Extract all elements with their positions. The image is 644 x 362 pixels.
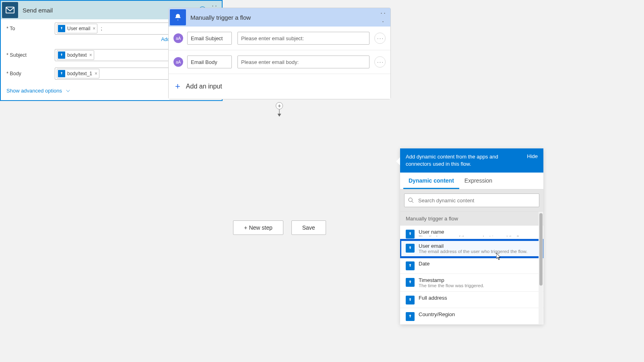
add-step-circle-icon[interactable]: + [276, 102, 283, 109]
new-step-button[interactable]: + New step [233, 220, 283, 235]
trigger-header[interactable]: Manually trigger a flow · · · [169, 8, 390, 27]
input-name-field[interactable]: Email Body [187, 56, 232, 68]
flow-token-icon [406, 278, 415, 287]
trigger-card: Manually trigger a flow · · · aA Email S… [168, 8, 391, 99]
token-remove-icon[interactable]: × [89, 52, 92, 58]
tab-dynamic-content[interactable]: Dynamic content [403, 173, 459, 189]
token-body-text[interactable]: body/text × [57, 50, 94, 60]
panel-beak-icon [396, 157, 400, 165]
tab-expression[interactable]: Expression [459, 173, 497, 189]
field-label: Subject [6, 49, 55, 58]
dc-tabs: Dynamic content Expression [400, 173, 543, 189]
input-name-field[interactable]: Email Subject [187, 32, 232, 45]
connector-arrow[interactable]: + [276, 102, 283, 117]
trigger-more-button[interactable]: · · · [380, 9, 390, 26]
flow-token-icon [58, 51, 65, 59]
flow-token-icon [406, 312, 415, 321]
dynamic-content-panel: Add dynamic content from the apps and co… [400, 148, 543, 325]
svg-point-8 [409, 198, 412, 202]
mail-icon [2, 2, 18, 18]
plus-icon: + [175, 81, 180, 92]
save-button[interactable]: Save [291, 220, 326, 235]
dc-search-box[interactable] [404, 193, 539, 207]
flow-token-icon [406, 230, 415, 239]
token-user-email[interactable]: User email × [57, 24, 97, 33]
token-remove-icon[interactable]: × [93, 26, 95, 31]
trigger-icon [170, 9, 186, 25]
field-label: To [6, 23, 55, 31]
svg-marker-2 [278, 114, 281, 117]
dc-scrollbar[interactable] [539, 212, 543, 325]
dc-item-timestamp[interactable]: Timestamp The time the flow was triggere… [400, 274, 543, 292]
trigger-input-row: aA Email Subject Please enter email subj… [169, 27, 390, 50]
trigger-input-row: aA Email Body Please enter email body: ·… [169, 50, 390, 74]
flow-token-icon [406, 261, 415, 270]
dc-item-date[interactable]: Date [400, 257, 543, 274]
input-row-more-button[interactable]: · · · [374, 33, 386, 44]
hide-panel-button[interactable]: Hide [523, 153, 538, 159]
input-prompt-field[interactable]: Please enter email body: [237, 56, 369, 68]
add-input-button[interactable]: + Add an input [169, 74, 390, 99]
token-body-text-1[interactable]: body/text_1 × [57, 69, 99, 78]
input-row-more-button[interactable]: · · · [374, 56, 386, 68]
svg-point-0 [177, 15, 178, 16]
flow-token-icon [58, 25, 65, 32]
dc-item-country-region[interactable]: Country/Region [400, 308, 543, 325]
svg-rect-3 [6, 7, 14, 13]
dc-item-list: User name The display name of the user w… [400, 226, 543, 325]
search-icon [408, 197, 414, 204]
dc-panel-header: Add dynamic content from the apps and co… [400, 148, 543, 173]
dc-scrollbar-thumb[interactable] [539, 213, 543, 286]
text-type-icon: aA [173, 33, 183, 43]
bottom-button-row: + New step Save [168, 220, 391, 235]
field-label: Body [6, 68, 55, 76]
flow-token-icon [406, 244, 415, 253]
input-prompt-field[interactable]: Please enter email subject: [237, 32, 369, 45]
flow-token-icon [58, 70, 65, 77]
dc-group-label: Manually trigger a flow [400, 212, 543, 226]
dc-item-full-address[interactable]: Full address [400, 292, 543, 308]
trigger-title: Manually trigger a flow [187, 14, 380, 21]
svg-line-9 [412, 201, 413, 203]
flow-token-icon [406, 296, 415, 304]
dc-item-user-email[interactable]: User email The email address of the user… [400, 240, 543, 257]
dc-item-user-name[interactable]: User name The display name of the user w… [400, 226, 543, 240]
text-type-icon: aA [173, 57, 183, 67]
token-remove-icon[interactable]: × [95, 71, 97, 76]
add-input-label: Add an input [186, 83, 222, 90]
dc-search-input[interactable] [417, 197, 536, 204]
